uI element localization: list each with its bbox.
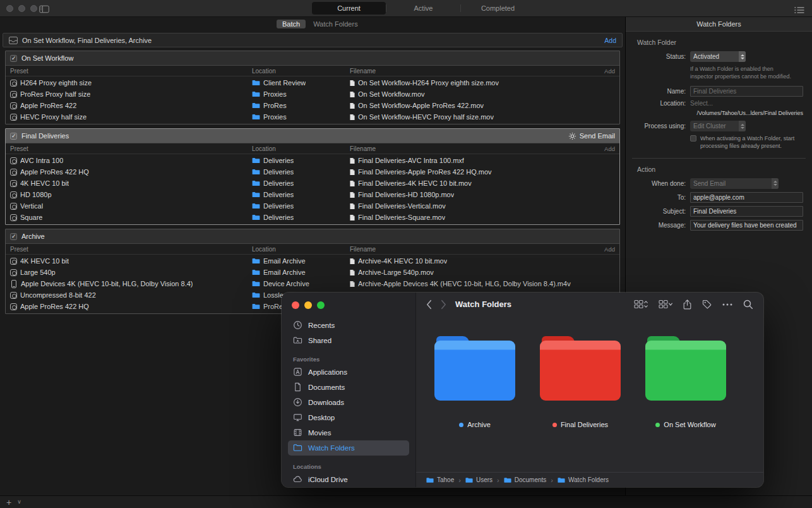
output-row[interactable]: AVC Intra 100 Deliveries Final Deliverie… xyxy=(6,155,619,166)
group-on-set-workflow[interactable]: On Set Workflow Preset Location Filename… xyxy=(5,51,620,124)
minimize-button[interactable] xyxy=(304,301,312,309)
column-add-button[interactable]: Add xyxy=(599,68,615,75)
output-row[interactable]: Apple ProRes 422 HQ Deliveries Final Del… xyxy=(6,166,619,178)
group-rows: H264 Proxy eighth size Client Review On … xyxy=(6,76,619,124)
file-name: Final Deliveries-HD 1080p.mov xyxy=(358,191,454,198)
close-button[interactable] xyxy=(292,301,299,309)
output-row[interactable]: Vertical Deliveries Final Deliveries-Ver… xyxy=(6,200,619,212)
group-by-icon[interactable] xyxy=(634,299,648,309)
group-final-deliveries[interactable]: Final Deliveries Send Email Preset Locat… xyxy=(5,128,620,225)
zoom-window-button[interactable] xyxy=(30,5,37,12)
close-window-button[interactable] xyxy=(6,5,13,12)
file-name: On Set Workflow-Apple ProRes 422.mov xyxy=(358,102,484,109)
sidebar-item-downloads[interactable]: Downloads xyxy=(288,395,409,410)
group-checkbox[interactable] xyxy=(10,233,17,240)
segment-completed[interactable]: Completed xyxy=(461,2,535,15)
folder-icon xyxy=(426,477,434,483)
output-row[interactable]: Apple ProRes 422 ProRes On Set Workflow-… xyxy=(6,100,619,111)
group-header[interactable]: Archive xyxy=(6,229,619,244)
path-crumb-watch-folders[interactable]: Watch Folders xyxy=(558,476,609,483)
share-icon[interactable] xyxy=(683,299,691,310)
group-checkbox[interactable] xyxy=(10,133,17,140)
minimize-window-button[interactable] xyxy=(18,5,25,12)
group-header[interactable]: On Set Workflow xyxy=(6,51,619,66)
path-crumb-users[interactable]: Users xyxy=(465,476,493,483)
sidebar-item-shared[interactable]: Shared xyxy=(288,333,409,348)
output-row[interactable]: HD 1080p Deliveries Final Deliveries-HD … xyxy=(6,189,619,200)
tab-watch-folders[interactable]: Watch Folders xyxy=(309,20,362,28)
search-icon[interactable] xyxy=(743,299,753,310)
finder-sidebar: Recents Shared Favorites Applications Do… xyxy=(282,293,416,487)
finder-item-final-deliveries[interactable]: Final Deliveries xyxy=(533,316,628,472)
start-processing-checkbox[interactable] xyxy=(690,135,696,142)
sidebar-item-movies[interactable]: Movies xyxy=(288,425,409,440)
file-icon xyxy=(350,80,355,87)
segment-active-label: Active xyxy=(414,4,433,12)
email-message-input[interactable] xyxy=(690,220,803,231)
when-done-dropdown[interactable]: Send Email xyxy=(690,178,779,189)
fullscreen-button[interactable] xyxy=(317,301,325,309)
more-actions-icon[interactable] xyxy=(722,303,732,306)
output-row[interactable]: Large 540p Email Archive Archive-Large 5… xyxy=(6,267,619,278)
sidebar-item-applications[interactable]: Applications xyxy=(288,365,409,380)
file-icon xyxy=(350,157,355,164)
location-select-button[interactable]: Select... xyxy=(690,100,713,107)
process-using-dropdown[interactable]: Edit Cluster xyxy=(690,121,746,131)
send-email-label: Send Email xyxy=(580,132,615,140)
batch-header[interactable]: On Set Workflow, Final Deliveries, Archi… xyxy=(3,33,623,47)
status-dropdown[interactable]: Activated xyxy=(690,51,746,62)
preset-icon xyxy=(10,157,17,164)
column-filename: Filename xyxy=(350,246,599,253)
tag-icon[interactable] xyxy=(702,299,712,309)
sidebar-item-label: Desktop xyxy=(308,414,335,421)
segment-current[interactable]: Current xyxy=(312,2,386,15)
clock-icon xyxy=(293,320,303,330)
forward-button[interactable] xyxy=(441,299,446,310)
output-row[interactable]: Apple Devices 4K (HEVC 10-bit, HLG, Dolb… xyxy=(6,278,619,289)
email-to-input[interactable] xyxy=(690,192,803,203)
output-row[interactable]: HEVC Proxy half size Proxies On Set Work… xyxy=(6,111,619,123)
output-row[interactable]: H264 Proxy eighth size Client Review On … xyxy=(6,77,619,88)
file-icon xyxy=(350,169,355,176)
column-location: Location xyxy=(252,68,350,75)
folder-icon xyxy=(252,102,260,109)
group-name: On Set Workflow xyxy=(21,54,73,62)
email-subject-input[interactable] xyxy=(690,206,803,217)
output-row[interactable]: Square Deliveries Final Deliveries-Squar… xyxy=(6,212,619,223)
sidebar-item-desktop[interactable]: Desktop xyxy=(288,410,409,425)
tab-batch[interactable]: Batch xyxy=(277,20,306,28)
layout-toggle-icon[interactable] xyxy=(39,4,49,16)
section-action: Action xyxy=(637,166,812,173)
output-row[interactable]: ProRes Proxy half size Proxies On Set Wo… xyxy=(6,88,619,100)
finder-item-on-set-workflow[interactable]: On Set Workflow xyxy=(638,316,733,472)
back-button[interactable] xyxy=(426,299,432,310)
output-row[interactable]: 4K HEVC 10 bit Deliveries Final Deliveri… xyxy=(6,178,619,189)
add-watch-folder-button[interactable]: Add xyxy=(604,37,616,44)
sidebar-item-watch-folders[interactable]: Watch Folders xyxy=(288,440,409,456)
group-header[interactable]: Final Deliveries Send Email xyxy=(6,129,619,143)
finder-item-archive[interactable]: Archive xyxy=(427,316,522,472)
add-batch-button[interactable]: + xyxy=(6,498,11,507)
finder-sidebar-list: Recents Shared Favorites Applications Do… xyxy=(282,318,415,487)
add-options-chevron-icon[interactable]: ∨ xyxy=(17,499,21,505)
preset-name: AVC Intra 100 xyxy=(20,157,63,164)
column-add-button[interactable]: Add xyxy=(599,246,615,253)
folder-icon xyxy=(252,303,260,310)
preset-name: Apple ProRes 422 HQ xyxy=(20,303,89,310)
group-checkbox[interactable] xyxy=(10,55,17,62)
path-crumb-tahoe[interactable]: Tahoe xyxy=(426,476,454,483)
sidebar-item-recents[interactable]: Recents xyxy=(288,318,409,333)
send-email-button[interactable]: Send Email xyxy=(568,132,615,140)
name-input[interactable] xyxy=(690,86,803,97)
section-watch-folder: Watch Folder xyxy=(637,39,812,46)
view-options-icon[interactable] xyxy=(659,299,672,309)
inspector-toggle-icon[interactable] xyxy=(794,5,804,16)
sidebar-item-documents[interactable]: Documents xyxy=(288,380,409,395)
preset-name: H264 Proxy eighth size xyxy=(20,79,92,87)
sidebar-item-icloud-drive[interactable]: iCloud Drive xyxy=(288,472,409,487)
segment-active[interactable]: Active xyxy=(386,2,460,15)
path-crumb-documents[interactable]: Documents xyxy=(504,476,547,483)
output-row[interactable]: 4K HEVC 10 bit Email Archive Archive-4K … xyxy=(6,255,619,267)
column-add-button[interactable]: Add xyxy=(599,145,615,152)
preset-icon xyxy=(10,203,17,210)
